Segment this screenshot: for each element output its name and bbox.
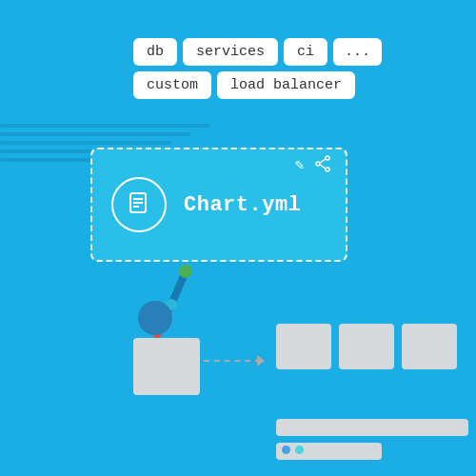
tag-more[interactable]: ... — [333, 38, 382, 66]
right-box-1 — [276, 324, 331, 369]
chart-icon-circle — [111, 177, 167, 232]
right-box-2 — [339, 324, 394, 369]
bottom-bar-row — [276, 419, 468, 460]
blue-circle — [138, 301, 172, 335]
chart-title: Chart.yml — [184, 193, 301, 217]
edit-icon[interactable]: ✎ — [295, 155, 305, 177]
svg-line-7 — [320, 159, 326, 163]
tag-db[interactable]: db — [133, 38, 177, 66]
tag-custom[interactable]: custom — [133, 71, 211, 99]
share-icon[interactable] — [314, 155, 331, 177]
bg-line — [0, 132, 190, 136]
tag-services[interactable]: services — [183, 38, 278, 66]
arrow-head — [257, 355, 265, 367]
arrow-line — [204, 360, 261, 362]
right-boxes-grid — [276, 324, 457, 385]
dot-teal — [295, 446, 304, 454]
tag-ci[interactable]: ci — [284, 38, 327, 66]
svg-point-4 — [326, 156, 329, 160]
tags-area: db services ci ... custom load balancer — [133, 38, 438, 99]
card-actions: ✎ — [295, 155, 331, 177]
bg-line — [0, 124, 209, 128]
document-icon — [126, 191, 152, 218]
bg-line — [0, 141, 171, 145]
bottom-dot-row — [282, 446, 304, 454]
svg-point-5 — [326, 168, 329, 171]
tag-load-balancer[interactable]: load balancer — [217, 71, 355, 99]
svg-point-6 — [316, 162, 320, 166]
svg-point-11 — [179, 265, 192, 278]
svg-line-8 — [320, 165, 326, 169]
right-box-3 — [402, 324, 457, 369]
source-box — [133, 338, 200, 395]
bottom-bar-full — [276, 419, 468, 436]
dot-blue — [282, 446, 290, 454]
